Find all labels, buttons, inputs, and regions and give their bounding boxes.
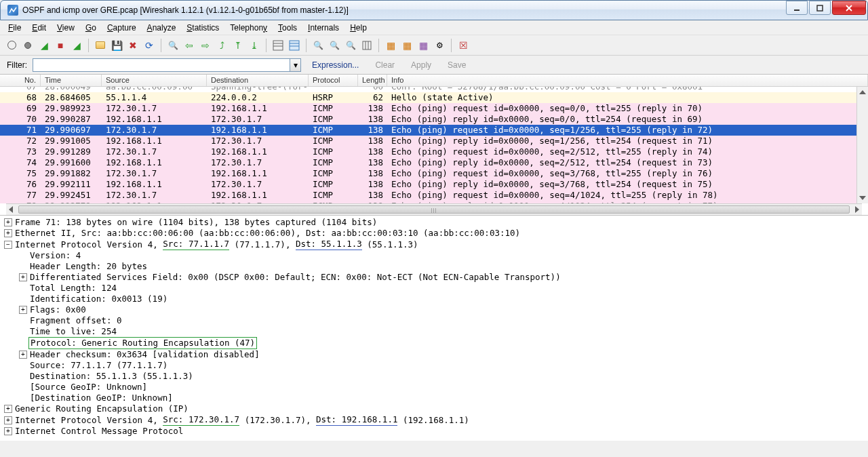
menu-go[interactable]: Go — [80, 22, 102, 34]
prefs-icon[interactable]: ⚙ — [432, 38, 447, 53]
menu-capture[interactable]: Capture — [102, 22, 142, 34]
expand-icon[interactable]: + — [19, 273, 27, 281]
menu-view[interactable]: View — [52, 22, 80, 34]
packet-list: No. Time Source Destination Protocol Len… — [0, 75, 868, 216]
packet-list-body[interactable]: 0728.000049aa.bb.cc.00.09.00Spanning-tre… — [0, 87, 868, 203]
packet-row[interactable]: 7129.990697172.30.1.7192.168.1.1ICMP138E… — [0, 125, 868, 136]
detail-ip-tlen: Total Length: 124 — [30, 283, 117, 294]
packet-row[interactable]: 6828.68460555.1.1.4224.0.0.2HSRP62Hello … — [0, 92, 868, 103]
detail-eth: Ethernet II, Src: aa:bb:cc:00:06:00 (aa:… — [15, 228, 520, 239]
detail-gre: Generic Routing Encapsulation (IP) — [15, 403, 189, 414]
packet-row[interactable]: 7229.991005192.168.1.1172.30.1.7ICMP138E… — [0, 136, 868, 146]
expand-icon[interactable]: + — [4, 405, 12, 413]
minimize-button[interactable] — [786, 1, 808, 15]
expand-icon[interactable]: + — [4, 427, 12, 435]
filter-save[interactable]: Save — [442, 60, 471, 70]
reload-icon[interactable]: ⟳ — [142, 38, 157, 53]
find-icon[interactable]: 🔍 — [165, 38, 180, 53]
detail-ip-version: Version: 4 — [30, 250, 81, 261]
menu-internals[interactable]: Internals — [302, 22, 344, 34]
goto-icon[interactable]: ⤴ — [214, 38, 229, 53]
detail-ip-geodst: [Destination GeoIP: Unknown] — [30, 393, 173, 403]
col-time[interactable]: Time — [41, 75, 102, 86]
packet-row[interactable]: 7729.992451172.30.1.7192.168.1.1ICMP138E… — [0, 190, 868, 201]
restart-icon[interactable]: ◢ — [69, 38, 84, 53]
menu-bar: File Edit View Go Capture Analyze Statis… — [0, 20, 868, 35]
detail-frame: Frame 71: 138 bytes on wire (1104 bits),… — [15, 217, 377, 228]
back-icon[interactable]: ⇦ — [182, 38, 197, 53]
options-icon[interactable] — [20, 38, 35, 53]
col-length[interactable]: Length — [358, 75, 387, 86]
packet-details[interactable]: +Frame 71: 138 bytes on wire (1104 bits)… — [0, 216, 868, 441]
packet-row[interactable]: 6929.989923172.30.1.7192.168.1.1ICMP138E… — [0, 103, 868, 114]
zoomout-icon[interactable]: 🔍 — [327, 38, 342, 53]
colorize-icon[interactable] — [271, 38, 285, 53]
interfaces-icon[interactable] — [4, 38, 19, 53]
filter-dropdown[interactable]: ▾ — [290, 58, 301, 72]
svg-rect-0 — [794, 9, 800, 11]
packet-row[interactable]: 7329.991289172.30.1.7192.168.1.1ICMP138E… — [0, 146, 868, 157]
menu-telephony[interactable]: Telephony — [224, 22, 273, 34]
detail-ip-src: Source: 77.1.1.7 (77.1.1.7) — [30, 360, 167, 371]
save-icon[interactable]: 💾 — [109, 38, 124, 53]
capturefilter-icon[interactable]: ▦ — [383, 38, 398, 53]
detail-ip-outer-dst: Dst: 55.1.1.3 — [296, 239, 362, 250]
detail-ip-dsf: Differentiated Services Field: 0x00 (DSC… — [30, 272, 561, 283]
autoscroll-icon[interactable] — [287, 38, 302, 53]
detail-ip-inner-prefix: Internet Protocol Version 4, — [15, 415, 163, 426]
filter-bar: Filter: ▾ Expression... Clear Apply Save — [0, 56, 868, 75]
coloringrules-icon[interactable]: ▦ — [416, 38, 431, 53]
last-icon[interactable]: ⤓ — [247, 38, 262, 53]
detail-ip-inner-src: Src: 172.30.1.7 — [163, 414, 239, 426]
zoomin-icon[interactable]: 🔍 — [311, 38, 326, 53]
open-icon[interactable] — [93, 38, 108, 53]
filter-clear[interactable]: Clear — [370, 60, 400, 70]
menu-analyze[interactable]: Analyze — [142, 22, 182, 34]
packet-row[interactable]: 7629.992111192.168.1.1172.30.1.7ICMP138E… — [0, 179, 868, 190]
col-protocol[interactable]: Protocol — [309, 75, 358, 86]
toolbar: ◢ ■ ◢ 💾 ✖ ⟳ 🔍 ⇦ ⇨ ⤴ ⤒ ⤓ 🔍 🔍 🔍 ▦ ▦ ▦ ⚙ ☒ — [0, 35, 868, 56]
stop-icon[interactable]: ■ — [53, 38, 68, 53]
zoom100-icon[interactable]: 🔍 — [343, 38, 358, 53]
collapse-icon[interactable]: − — [4, 241, 12, 249]
col-source[interactable]: Source — [102, 75, 207, 86]
col-no[interactable]: No. — [0, 75, 41, 86]
displayfilter-icon[interactable]: ▦ — [399, 38, 414, 53]
expand-icon[interactable]: + — [4, 416, 12, 424]
packet-list-scrollbar-h[interactable] — [6, 203, 862, 215]
menu-tools[interactable]: Tools — [273, 22, 302, 34]
menu-file[interactable]: File — [3, 22, 26, 34]
menu-statistics[interactable]: Statistics — [181, 22, 224, 34]
detail-ip-id: Identification: 0x0013 (19) — [30, 294, 167, 304]
expand-icon[interactable]: + — [4, 229, 12, 237]
filter-input[interactable] — [33, 58, 290, 72]
col-destination[interactable]: Destination — [207, 75, 309, 86]
detail-icmp: Internet Control Message Protocol — [15, 426, 183, 437]
forward-icon[interactable]: ⇨ — [198, 38, 213, 53]
expand-icon[interactable]: + — [19, 306, 27, 314]
expand-icon[interactable]: + — [4, 218, 12, 226]
packet-list-scrollbar-v[interactable] — [856, 87, 868, 203]
packet-row[interactable]: 7529.991882172.30.1.7192.168.1.1ICMP138E… — [0, 168, 868, 179]
menu-edit[interactable]: Edit — [26, 22, 52, 34]
filter-expression[interactable]: Expression... — [307, 60, 364, 70]
resizecols-icon[interactable] — [359, 38, 374, 53]
detail-ip-outer-prefix: Internet Protocol Version 4, — [15, 239, 163, 250]
packet-row[interactable]: 0728.000049aa.bb.cc.00.09.00Spanning-tre… — [0, 87, 868, 92]
packet-row[interactable]: 7029.990287192.168.1.1172.30.1.7ICMP138E… — [0, 114, 868, 125]
app-icon — [7, 5, 18, 16]
help-icon[interactable]: ☒ — [456, 38, 471, 53]
filter-apply[interactable]: Apply — [406, 60, 437, 70]
start-icon[interactable]: ◢ — [37, 38, 52, 53]
close-button[interactable] — [832, 1, 866, 15]
col-info[interactable]: Info — [387, 75, 868, 86]
window-titlebar: OSPF and icmp over GRE.pcap [Wireshark 1… — [0, 0, 868, 20]
expand-icon[interactable]: + — [19, 351, 27, 359]
first-icon[interactable]: ⤒ — [231, 38, 245, 53]
detail-ip-inner-dst: Dst: 192.168.1.1 — [316, 414, 397, 426]
close-icon[interactable]: ✖ — [125, 38, 140, 53]
menu-help[interactable]: Help — [344, 22, 372, 34]
packet-row[interactable]: 7429.991600192.168.1.1172.30.1.7ICMP138E… — [0, 157, 868, 168]
detail-ip-ttl: Time to live: 254 — [30, 326, 117, 337]
maximize-button[interactable] — [809, 1, 831, 15]
